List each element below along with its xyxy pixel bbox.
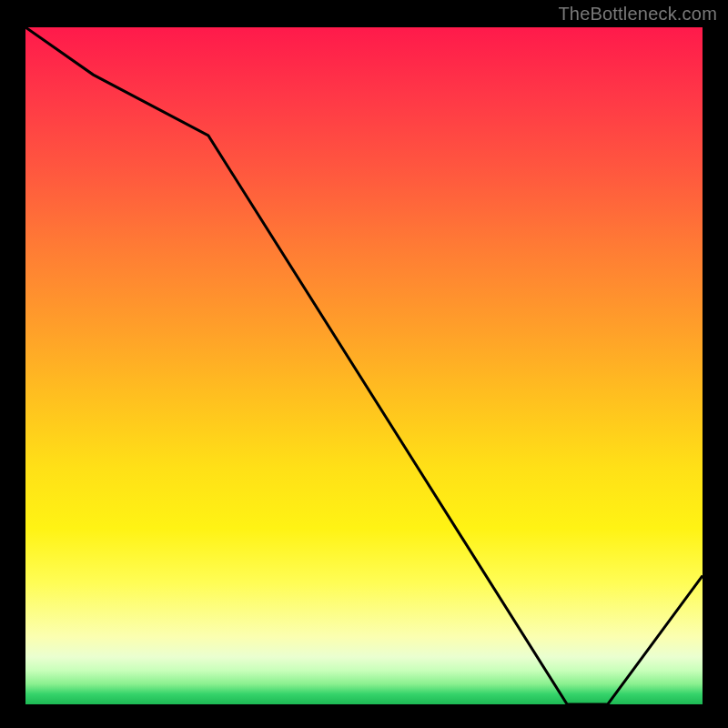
chart-container: TheBottleneck.com — [0, 0, 728, 728]
curve-path — [25, 27, 703, 704]
attribution-text: TheBottleneck.com — [558, 4, 717, 25]
line-series — [25, 27, 703, 704]
plot-area — [25, 27, 703, 704]
